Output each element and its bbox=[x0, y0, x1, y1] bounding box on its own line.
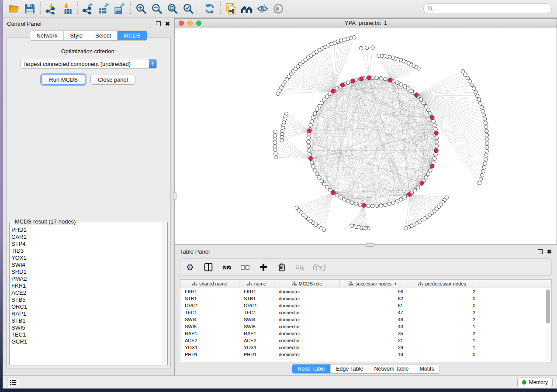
save-session-button[interactable] bbox=[22, 1, 38, 16]
network-leaf-node[interactable] bbox=[273, 130, 277, 133]
network-node[interactable] bbox=[395, 81, 399, 84]
network-node[interactable] bbox=[426, 108, 430, 111]
network-leaf-node[interactable] bbox=[474, 90, 477, 94]
table-scrollbar[interactable] bbox=[546, 289, 550, 361]
network-leaf-node[interactable] bbox=[485, 129, 488, 133]
mcds-list-scrollbar[interactable] bbox=[162, 223, 166, 364]
network-leaf-node[interactable] bbox=[483, 117, 486, 120]
network-node[interactable] bbox=[379, 76, 383, 80]
network-node[interactable] bbox=[335, 87, 339, 90]
optimization-criterion-select[interactable]: largest connected component (undirected)… bbox=[21, 59, 157, 69]
network-node[interactable] bbox=[406, 87, 410, 90]
network-node[interactable] bbox=[310, 161, 314, 164]
mcds-result-item[interactable]: FKH1 bbox=[11, 282, 161, 289]
mcds-result-item[interactable]: SWI4 bbox=[11, 261, 161, 268]
table-row[interactable]: YOX1YOX1connector291 bbox=[180, 344, 551, 351]
column-header-predecessor-nodes[interactable]: predecessor nodes bbox=[406, 280, 478, 288]
show-task-history-button[interactable] bbox=[7, 378, 19, 387]
network-leaf-node[interactable] bbox=[295, 206, 298, 210]
mcds-hub-node[interactable] bbox=[331, 190, 335, 194]
network-node[interactable] bbox=[350, 201, 354, 204]
network-leaf-node[interactable] bbox=[273, 134, 277, 137]
tab-style[interactable]: Style bbox=[64, 31, 89, 40]
clone-network-button[interactable] bbox=[223, 1, 239, 16]
import-network-button[interactable] bbox=[43, 1, 59, 16]
mcds-result-item[interactable]: TID3 bbox=[11, 248, 161, 254]
network-leaf-node[interactable] bbox=[280, 138, 284, 142]
table-scrollbar-thumb[interactable] bbox=[546, 289, 550, 323]
apply-layout-button[interactable] bbox=[202, 1, 218, 16]
network-leaf-node[interactable] bbox=[350, 224, 353, 227]
select-all-button[interactable] bbox=[221, 262, 232, 272]
mcds-result-item[interactable]: ACE2 bbox=[11, 289, 161, 296]
tab-motifs[interactable]: Motifs bbox=[414, 364, 439, 373]
network-node[interactable] bbox=[335, 193, 339, 197]
tab-mcds[interactable]: MCDS bbox=[118, 31, 146, 40]
table-row[interactable]: TEC1TEC1connector472 bbox=[180, 309, 551, 316]
tab-network[interactable]: Network bbox=[30, 31, 64, 40]
table-row[interactable]: PHD1PHD1dominator180 bbox=[180, 351, 551, 358]
network-node[interactable] bbox=[433, 124, 436, 127]
mcds-result-item[interactable]: STP4 bbox=[11, 241, 161, 248]
zoom-selected-button[interactable] bbox=[180, 1, 196, 16]
tab-node-table[interactable]: Node Table bbox=[292, 364, 331, 373]
network-leaf-node[interactable] bbox=[365, 46, 369, 49]
show-columns-button[interactable] bbox=[203, 262, 214, 272]
network-node[interactable] bbox=[325, 95, 329, 98]
mcds-result-item[interactable]: GCR1 bbox=[11, 338, 161, 345]
network-leaf-node[interactable] bbox=[359, 46, 363, 50]
network-leaf-node[interactable] bbox=[274, 155, 278, 159]
network-node[interactable] bbox=[379, 204, 383, 207]
network-node[interactable] bbox=[399, 198, 403, 201]
network-node[interactable] bbox=[309, 124, 312, 127]
home-view-button[interactable] bbox=[239, 1, 255, 16]
network-leaf-node[interactable] bbox=[484, 125, 488, 129]
mcds-hub-node[interactable] bbox=[308, 129, 311, 133]
network-leaf-node[interactable] bbox=[276, 92, 280, 95]
mcds-hub-node[interactable] bbox=[308, 156, 312, 160]
mcds-result-item[interactable]: SWI5 bbox=[11, 324, 161, 331]
mcds-hub-node[interactable] bbox=[434, 149, 438, 153]
network-node[interactable] bbox=[424, 175, 428, 179]
network-node[interactable] bbox=[371, 204, 374, 208]
network-node[interactable] bbox=[343, 198, 346, 201]
network-node[interactable] bbox=[426, 172, 430, 175]
table-row[interactable]: ACE2ACE2connector311 bbox=[180, 337, 551, 344]
network-leaf-node[interactable] bbox=[349, 36, 353, 40]
deselect-all-button[interactable] bbox=[240, 262, 250, 272]
mcds-hub-node[interactable] bbox=[351, 79, 355, 83]
network-node[interactable] bbox=[346, 199, 350, 203]
network-node[interactable] bbox=[318, 104, 321, 108]
export-table-button[interactable] bbox=[96, 1, 112, 16]
memory-button[interactable]: Memory bbox=[517, 378, 553, 387]
network-window-titlebar[interactable]: YPA_prune.txt_1 bbox=[175, 19, 557, 28]
network-node[interactable] bbox=[313, 112, 317, 115]
mcds-hub-node[interactable] bbox=[388, 78, 392, 82]
network-node[interactable] bbox=[339, 196, 342, 199]
network-node[interactable] bbox=[419, 98, 422, 101]
network-node[interactable] bbox=[375, 204, 378, 207]
network-leaf-node[interactable] bbox=[481, 169, 485, 173]
import-table-button[interactable] bbox=[59, 1, 75, 16]
network-leaf-node[interactable] bbox=[273, 141, 277, 144]
delete-column-button[interactable] bbox=[277, 262, 287, 272]
network-node[interactable] bbox=[325, 186, 329, 189]
network-node[interactable] bbox=[318, 175, 321, 179]
mcds-hub-node[interactable] bbox=[430, 116, 434, 120]
mcds-result-item[interactable]: YOX1 bbox=[11, 254, 161, 261]
hide-graphics-details-button[interactable] bbox=[255, 1, 270, 16]
zoom-in-button[interactable] bbox=[133, 1, 149, 16]
network-leaf-node[interactable] bbox=[484, 154, 488, 157]
network-node[interactable] bbox=[391, 201, 395, 204]
network-node[interactable] bbox=[322, 98, 326, 101]
open-file-button[interactable] bbox=[6, 1, 22, 16]
network-node[interactable] bbox=[313, 168, 317, 172]
network-leaf-node[interactable] bbox=[377, 54, 381, 57]
network-leaf-node[interactable] bbox=[485, 141, 489, 145]
network-leaf-node[interactable] bbox=[484, 121, 487, 124]
network-leaf-node[interactable] bbox=[353, 35, 356, 39]
network-leaf-node[interactable] bbox=[476, 94, 479, 97]
network-node[interactable] bbox=[424, 104, 428, 108]
network-leaf-node[interactable] bbox=[472, 86, 476, 90]
network-leaf-node[interactable] bbox=[482, 113, 485, 117]
